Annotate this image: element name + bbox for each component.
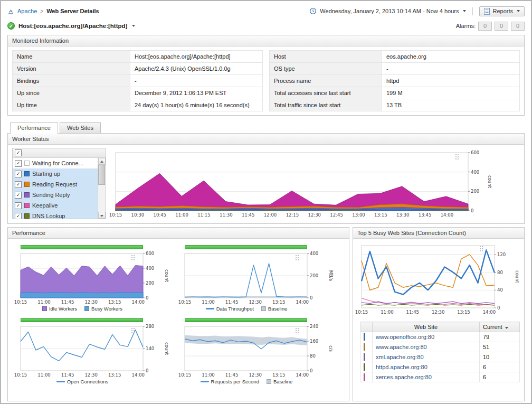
- svg-text:11:45: 11:45: [61, 299, 74, 305]
- scroll-down-icon[interactable]: [98, 212, 106, 219]
- breadcrumb-separator: >: [40, 8, 43, 14]
- list-item[interactable]: DNS Lookup: [13, 211, 106, 219]
- svg-text:count: count: [515, 270, 520, 284]
- table-row: Process namehttpd: [270, 75, 520, 87]
- select-all-checkbox[interactable]: [15, 149, 22, 156]
- series-label: Keepalive: [32, 202, 58, 209]
- host-selector[interactable]: Host:[eos.apache.org]/Apache:[httpd]: [7, 22, 135, 30]
- series-checkbox[interactable]: [15, 160, 22, 167]
- top-sites-table: Web Site Current www.openoffice.org:80 7…: [360, 322, 520, 382]
- scroll-up-icon[interactable]: [98, 158, 106, 165]
- scrollbar-thumb[interactable]: [98, 165, 105, 185]
- table-row: xerces.apache.org:80 6: [361, 372, 520, 382]
- svg-text:10:15: 10:15: [178, 299, 192, 305]
- current-column-header[interactable]: Current: [480, 322, 520, 332]
- table-row: VersionApache/2.4.3 (Unix) OpenSSL/1.0.0…: [13, 63, 263, 75]
- data-throughput-chart[interactable]: 0200400MB/s10:1511:0011:4512:3013:1514:0…: [184, 252, 340, 305]
- info-value: -: [382, 63, 520, 75]
- chart-options-icon[interactable]: [131, 255, 136, 261]
- top-right-controls: Wednesday, January 2, 2013 10:14 AM - No…: [309, 6, 525, 16]
- series-checkbox[interactable]: [15, 192, 22, 199]
- list-item[interactable]: Starting up: [13, 168, 106, 179]
- svg-text:14:00: 14:00: [131, 299, 145, 305]
- tab-performance[interactable]: Performance: [10, 122, 58, 134]
- svg-text:80: 80: [310, 353, 316, 359]
- alarm-count-2[interactable]: 0: [495, 22, 508, 31]
- svg-text:11:30: 11:30: [220, 212, 233, 218]
- info-value: Host:[eos.apache.org]/Apache:[httpd]: [130, 51, 263, 63]
- svg-text:400: 400: [146, 266, 154, 271]
- time-range-selector[interactable]: Wednesday, January 2, 2013 10:14 AM - No…: [320, 8, 459, 14]
- legend-label: Data Throughput: [216, 306, 254, 312]
- list-item[interactable]: Sending Reply: [13, 190, 106, 200]
- reports-label: Reports: [492, 8, 513, 14]
- svg-text:11:45: 11:45: [225, 299, 239, 305]
- site-link[interactable]: xml.apache.org:80: [373, 352, 480, 362]
- chevron-down-icon: [463, 10, 466, 12]
- chart-options-icon[interactable]: [455, 154, 460, 161]
- legend-swatch: [84, 306, 89, 311]
- svg-text:200: 200: [310, 273, 318, 278]
- svg-text:count: count: [164, 342, 169, 355]
- table-row: httpd.apache.org:80 6: [361, 362, 520, 372]
- breadcrumb-apache-link[interactable]: Apache: [17, 8, 37, 14]
- tab-web-sites[interactable]: Web Sites: [60, 122, 101, 133]
- legend-label: Requests per Second: [211, 379, 259, 384]
- list-item[interactable]: Waiting for Conne...: [13, 158, 106, 168]
- table-row: Total accesses since last start199 M: [270, 87, 520, 99]
- site-link[interactable]: httpd.apache.org:80: [373, 362, 480, 372]
- scrollbar[interactable]: [98, 158, 106, 219]
- web-site-column-header[interactable]: Web Site: [373, 322, 480, 332]
- info-value: httpd: [382, 75, 520, 87]
- svg-text:count: count: [164, 269, 169, 283]
- top-sites-chart[interactable]: 04080120count10:1511:0011:4512:3013:1514…: [360, 244, 520, 315]
- requests-per-second-chart[interactable]: 080160240c/s10:1511:0011:4512:3013:1514:…: [184, 325, 340, 378]
- legend-label: Busy Workers: [91, 306, 122, 312]
- site-link[interactable]: www.openoffice.org:80: [373, 332, 480, 342]
- chart-options-icon[interactable]: [480, 246, 484, 252]
- info-label: Name: [13, 51, 130, 63]
- alarm-count-3[interactable]: 0: [511, 22, 525, 31]
- series-checkbox[interactable]: [15, 171, 22, 177]
- list-item[interactable]: Reading Request: [13, 179, 106, 190]
- legend-label: Open Connections: [67, 379, 109, 384]
- svg-text:13:15: 13:15: [272, 372, 286, 378]
- list-item[interactable]: Keepalive: [13, 200, 106, 211]
- svg-text:10:30: 10:30: [131, 212, 145, 218]
- svg-text:600: 600: [471, 150, 479, 155]
- info-value: 199 M: [382, 87, 520, 99]
- chevron-down-icon: [132, 25, 135, 27]
- monitored-info-title: Monitored Information: [8, 35, 524, 46]
- svg-text:11:45: 11:45: [225, 372, 239, 378]
- monitored-info-panel: Monitored Information NameHost:[eos.apac…: [7, 35, 525, 116]
- series-checkbox[interactable]: [15, 213, 22, 220]
- legend-label: Idle Workers: [49, 306, 77, 312]
- info-label: OS type: [270, 63, 382, 75]
- alarm-count-1[interactable]: 0: [478, 22, 492, 31]
- svg-text:0: 0: [146, 368, 148, 373]
- top-sites-content: 04080120count10:1511:0011:4512:3013:1514…: [353, 239, 524, 387]
- legend-swatch: [261, 306, 266, 311]
- svg-text:13:15: 13:15: [374, 212, 387, 218]
- legend-label: Baseline: [273, 379, 292, 384]
- app-window: Apache > Web Server Details Wednesday, J…: [0, 0, 532, 404]
- alarms-label: Alarms:: [456, 23, 476, 29]
- series-label: Waiting for Conne...: [32, 160, 83, 166]
- current-value: 10: [480, 352, 520, 362]
- dashboard-icon: [7, 8, 14, 15]
- site-link[interactable]: xerces.apache.org:80: [373, 372, 480, 382]
- chart-options-icon[interactable]: [131, 328, 136, 334]
- idle-busy-workers-chart[interactable]: 0200400600count10:1511:0011:4512:3013:15…: [20, 252, 176, 305]
- site-link[interactable]: www.apache.org:80: [373, 342, 480, 352]
- availability-bar: [185, 245, 307, 249]
- worker-status-chart[interactable]: 0200400600count10:1510:3010:4511:0011:15…: [115, 151, 490, 218]
- series-checkbox[interactable]: [15, 202, 22, 209]
- series-checkbox[interactable]: [15, 181, 22, 188]
- info-value: eos.apache.org: [382, 51, 520, 63]
- reports-button[interactable]: Reports: [479, 6, 525, 16]
- open-connections-chart[interactable]: 0140280count10:1511:0011:4512:3013:1514:…: [20, 325, 176, 378]
- svg-text:12:30: 12:30: [308, 212, 321, 218]
- chart-options-icon[interactable]: [296, 328, 300, 334]
- chart-options-icon[interactable]: [296, 255, 300, 261]
- availability-bar: [21, 245, 143, 249]
